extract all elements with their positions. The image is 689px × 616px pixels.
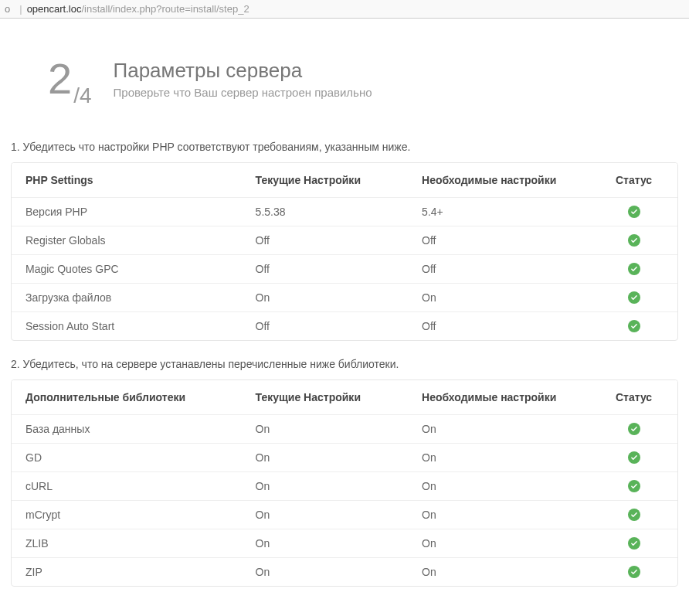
cell-name: База данных xyxy=(12,415,242,444)
table-header-row: PHP Settings Текущие Настройки Необходим… xyxy=(12,163,677,198)
check-circle-icon xyxy=(628,263,640,275)
check-circle-icon xyxy=(628,509,640,521)
cell-required: On xyxy=(408,529,590,558)
php-settings-table: PHP Settings Текущие Настройки Необходим… xyxy=(12,163,677,340)
cell-current: On xyxy=(242,529,409,558)
cell-current: On xyxy=(242,501,409,529)
cell-name: cURL xyxy=(12,472,242,501)
table-row: Session Auto StartOffOff xyxy=(12,312,677,341)
table-row: База данныхOnOn xyxy=(12,415,677,444)
cell-status xyxy=(590,472,677,501)
cell-status xyxy=(590,529,677,558)
page-header: 2/4 Параметры сервера Проверьте что Ваш … xyxy=(11,19,678,124)
cell-status xyxy=(590,444,677,472)
cell-current: Off xyxy=(242,312,409,341)
check-circle-icon xyxy=(628,537,640,550)
cell-status xyxy=(590,558,677,587)
cell-required: On xyxy=(408,558,590,587)
col-name: Дополнительные библиотеки xyxy=(12,380,242,415)
php-settings-panel: PHP Settings Текущие Настройки Необходим… xyxy=(11,162,678,341)
col-current: Текущие Настройки xyxy=(242,163,409,198)
cell-status xyxy=(590,255,677,284)
check-circle-icon xyxy=(628,566,640,578)
col-status: Статус xyxy=(590,380,677,415)
table-row: mCryptOnOn xyxy=(12,501,677,529)
cell-current: On xyxy=(242,415,409,444)
header-text: Параметры сервера Проверьте что Ваш серв… xyxy=(114,59,372,99)
section1-intro: 1. Убедитесь что настройки PHP соответст… xyxy=(11,141,678,153)
table-header-row: Дополнительные библиотеки Текущие Настро… xyxy=(12,380,677,415)
extensions-body: База данныхOnOnGDOnOncURLOnOnmCryptOnOnZ… xyxy=(12,415,677,587)
step-indicator: 2/4 xyxy=(48,57,92,100)
cell-name: GD xyxy=(12,444,242,472)
check-circle-icon xyxy=(628,291,640,304)
address-separator: | xyxy=(19,3,22,15)
address-bar[interactable]: o | opencart.loc/install/index.php?route… xyxy=(0,0,689,19)
col-name: PHP Settings xyxy=(12,163,242,198)
cell-required: Off xyxy=(408,312,590,341)
table-row: GDOnOn xyxy=(12,444,677,472)
col-status: Статус xyxy=(590,163,677,198)
cell-required: Off xyxy=(408,255,590,284)
cell-name: mCrypt xyxy=(12,501,242,529)
cell-name: Версия PHP xyxy=(12,198,242,226)
cell-status xyxy=(590,284,677,312)
cell-required: Off xyxy=(408,226,590,255)
cell-status xyxy=(590,198,677,226)
check-circle-icon xyxy=(628,320,640,332)
table-row: Register GlobalsOffOff xyxy=(12,226,677,255)
check-circle-icon xyxy=(628,451,640,464)
cell-required: On xyxy=(408,472,590,501)
col-required: Необходимые настройки xyxy=(408,380,590,415)
cell-name: Register Globals xyxy=(12,226,242,255)
step-current: 2 xyxy=(48,54,72,103)
cell-current: On xyxy=(242,472,409,501)
cell-name: Загрузка файлов xyxy=(12,284,242,312)
address-host: opencart.loc xyxy=(27,3,82,15)
col-required: Необходимые настройки xyxy=(408,163,590,198)
cell-current: On xyxy=(242,284,409,312)
check-circle-icon xyxy=(628,423,640,435)
cell-required: On xyxy=(408,415,590,444)
cell-name: ZIP xyxy=(12,558,242,587)
step-total: /4 xyxy=(73,83,91,107)
section2-intro: 2. Убедитесь, что на сервере устанавлены… xyxy=(11,358,678,370)
cell-current: Off xyxy=(242,226,409,255)
page-subtitle: Проверьте что Ваш сервер настроен правил… xyxy=(114,86,372,99)
check-circle-icon xyxy=(628,234,640,247)
cell-current: On xyxy=(242,558,409,587)
cell-status xyxy=(590,226,677,255)
cell-required: On xyxy=(408,444,590,472)
table-row: Версия PHP5.5.385.4+ xyxy=(12,198,677,226)
page-content: 2/4 Параметры сервера Проверьте что Ваш … xyxy=(0,19,689,610)
extensions-panel: Дополнительные библиотеки Текущие Настро… xyxy=(11,379,678,587)
cell-required: On xyxy=(408,501,590,529)
php-settings-body: Версия PHP5.5.385.4+Register GlobalsOffO… xyxy=(12,198,677,341)
cell-required: On xyxy=(408,284,590,312)
check-circle-icon xyxy=(628,480,640,492)
address-path: /install/index.php?route=install/step_2 xyxy=(81,3,249,15)
table-row: Magic Quotes GPCOffOff xyxy=(12,255,677,284)
cell-name: Magic Quotes GPC xyxy=(12,255,242,284)
cell-current: On xyxy=(242,444,409,472)
address-prefix: o xyxy=(5,3,10,15)
check-circle-icon xyxy=(628,206,640,218)
page-title: Параметры сервера xyxy=(114,59,372,83)
extensions-table: Дополнительные библиотеки Текущие Настро… xyxy=(12,380,677,586)
table-row: Загрузка файловOnOn xyxy=(12,284,677,312)
cell-status xyxy=(590,415,677,444)
cell-name: ZLIB xyxy=(12,529,242,558)
cell-name: Session Auto Start xyxy=(12,312,242,341)
table-row: cURLOnOn xyxy=(12,472,677,501)
cell-status xyxy=(590,312,677,341)
cell-required: 5.4+ xyxy=(408,198,590,226)
cell-status xyxy=(590,501,677,529)
table-row: ZLIBOnOn xyxy=(12,529,677,558)
table-row: ZIPOnOn xyxy=(12,558,677,587)
cell-current: 5.5.38 xyxy=(242,198,409,226)
col-current: Текущие Настройки xyxy=(242,380,409,415)
cell-current: Off xyxy=(242,255,409,284)
